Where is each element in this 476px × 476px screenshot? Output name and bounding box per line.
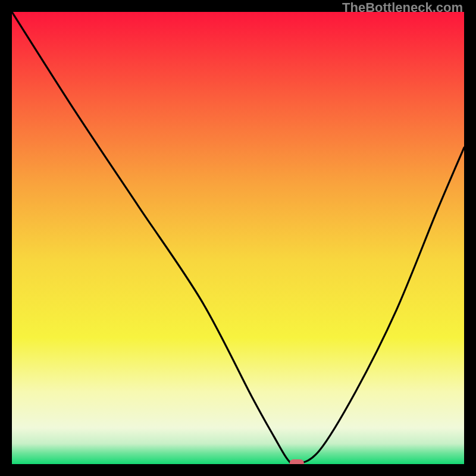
gradient-background: [12, 12, 464, 464]
bottleneck-chart: [12, 12, 464, 464]
optimal-marker: [290, 459, 304, 464]
